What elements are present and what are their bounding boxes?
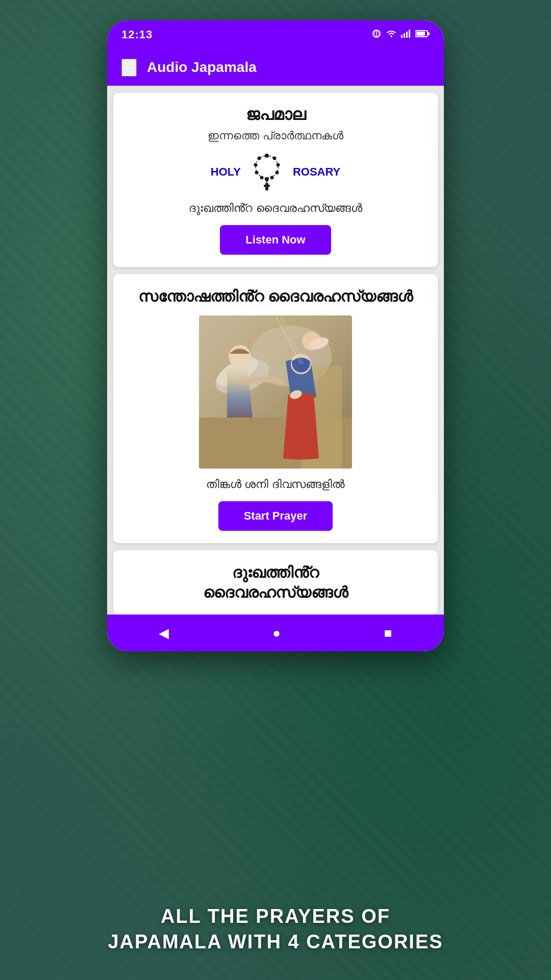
svg-point-20 bbox=[257, 157, 261, 160]
nav-back-button[interactable]: ◀ bbox=[148, 621, 179, 645]
svg-point-28 bbox=[229, 345, 251, 368]
today-prayers-text: ഇന്നത്തെ പ്രാർത്ഥനകൾ bbox=[123, 129, 428, 142]
svg-point-18 bbox=[255, 171, 258, 175]
svg-rect-3 bbox=[401, 35, 403, 38]
rosary-icon bbox=[249, 152, 285, 192]
svg-point-19 bbox=[254, 163, 257, 167]
app-title: Audio Japamala bbox=[147, 59, 257, 76]
sorrowful-mysteries-card: ദുഃഖത്തിൻ്റ ദുഃഖത്തിൻ്റ ദൈവരഹസ്യങ്ങൾ ദൈവ… bbox=[113, 550, 438, 615]
mystery-text: ദുഃഖത്തിൻ്റ ദൈവരഹസ്യങ്ങൾ bbox=[123, 202, 428, 215]
content-area: ജപമാല ഇന്നത്തെ പ്രാർത്ഥനകൾ HOLY bbox=[107, 86, 444, 615]
svg-point-12 bbox=[272, 157, 276, 160]
start-prayer-button[interactable]: Start Prayer bbox=[218, 501, 333, 531]
painting-svg bbox=[199, 315, 352, 469]
sorrowful-title: ദുഃഖത്തിൻ്റ ദുഃഖത്തിൻ്റ ദൈവരഹസ്യങ്ങൾ ദൈവ… bbox=[123, 562, 428, 602]
status-bar: 12:13 bbox=[107, 20, 444, 49]
svg-rect-5 bbox=[406, 32, 408, 38]
rosary-section: HOLY bbox=[123, 152, 428, 192]
svg-rect-6 bbox=[409, 30, 410, 38]
japamala-card: ജപമാല ഇന്നത്തെ പ്രാർത്ഥനകൾ HOLY bbox=[113, 93, 438, 267]
svg-point-17 bbox=[260, 176, 263, 180]
signal-icon bbox=[401, 30, 411, 40]
svg-rect-8 bbox=[416, 32, 425, 36]
joyful-title: സന്തോഷത്തിൻ്റ ദൈവരഹസ്യങ്ങൾ bbox=[123, 286, 428, 306]
holy-label: HOLY bbox=[211, 165, 241, 179]
joyful-mysteries-card: സന്തോഷത്തിൻ്റ ദൈവരഹസ്യങ്ങൾ bbox=[113, 274, 438, 543]
status-time: 12:13 bbox=[121, 28, 153, 41]
nav-home-button[interactable]: ● bbox=[262, 621, 291, 645]
rosary-label: ROSARY bbox=[293, 165, 340, 179]
annunciation-painting bbox=[199, 315, 352, 469]
painting-container bbox=[123, 315, 428, 469]
days-text: തിങ്കൾ ശനി ദിവസങ്ങളിൽ bbox=[123, 478, 428, 491]
svg-rect-9 bbox=[428, 32, 430, 35]
app-bar: ← Audio Japamala bbox=[107, 49, 444, 86]
svg-rect-23 bbox=[264, 185, 270, 187]
nav-bar: ◀ ● ■ bbox=[107, 615, 444, 651]
back-button[interactable]: ← bbox=[121, 59, 137, 77]
svg-point-14 bbox=[275, 171, 279, 175]
listen-now-button[interactable]: Listen Now bbox=[220, 225, 331, 255]
nav-square-button[interactable]: ■ bbox=[374, 621, 403, 645]
svg-rect-4 bbox=[404, 33, 405, 38]
bottom-text: ALL THE PRAYERS OF JAPAMALA WITH 4 CATEG… bbox=[0, 904, 551, 954]
svg-point-15 bbox=[270, 176, 273, 180]
wifi-icon bbox=[386, 30, 397, 40]
status-icons bbox=[371, 29, 430, 40]
japamala-title: ജപമാല bbox=[123, 105, 428, 124]
svg-point-13 bbox=[276, 163, 280, 167]
battery-icon bbox=[415, 30, 430, 40]
phone-frame: 12:13 bbox=[107, 20, 444, 651]
svg-point-11 bbox=[265, 154, 269, 158]
bottom-line1: ALL THE PRAYERS OF bbox=[0, 904, 551, 929]
bottom-line2: JAPAMALA WITH 4 CATEGORIES bbox=[0, 929, 551, 954]
data-icon bbox=[371, 29, 382, 40]
